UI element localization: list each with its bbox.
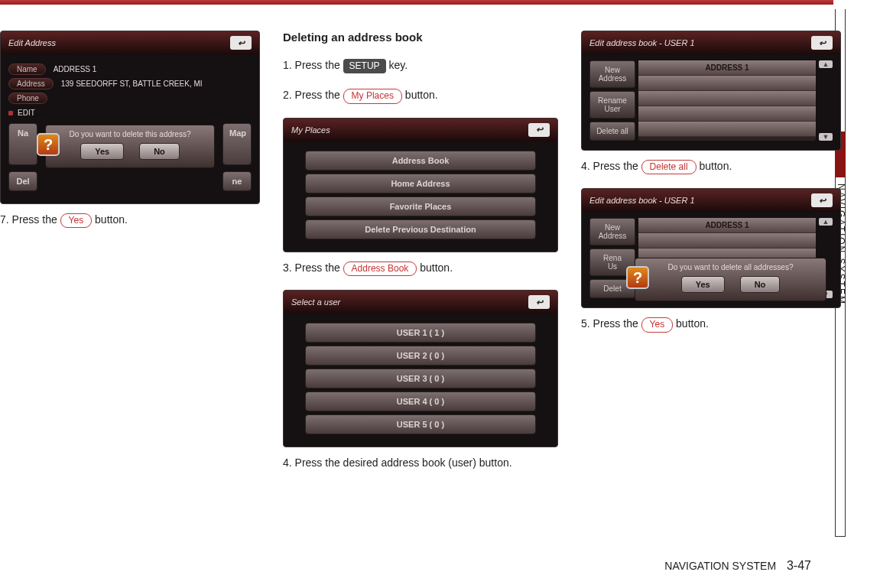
step-7: 7. Press the Yes button.: [0, 212, 260, 228]
step1-pre: 1. Press the: [283, 59, 343, 71]
yes-softkey: Yes: [60, 213, 93, 228]
home-address-button[interactable]: Home Address: [305, 174, 536, 193]
scroll-down-icon[interactable]: ▼: [819, 133, 833, 141]
name-button[interactable]: Name: [8, 63, 46, 75]
ne-button[interactable]: ne: [222, 171, 252, 191]
entry-1[interactable]: ADDRESS 1: [638, 218, 816, 233]
confirm-dialog: ? Do you want to delete this address? Ye…: [45, 125, 215, 168]
delete-all-button[interactable]: Delete all: [589, 122, 635, 141]
addressbook-softkey: Address Book: [343, 262, 417, 276]
screen-title: Edit address book - USER 1: [589, 196, 695, 205]
column-left: Edit Address ↩ Name ADDRESS 1 Address 13…: [0, 31, 260, 484]
screen-edit-address: Edit Address ↩ Name ADDRESS 1 Address 13…: [0, 31, 260, 204]
entry-empty: [638, 76, 816, 91]
screen-my-places: My Places ↩ Address Book Home Address Fa…: [283, 118, 558, 252]
edit-dot-icon: [8, 111, 13, 115]
entry-empty: [638, 91, 816, 106]
screen-title: Select a user: [291, 297, 340, 307]
step4r-post: button.: [697, 160, 732, 172]
favorite-places-button[interactable]: Favorite Places: [305, 197, 536, 216]
screen-edit-book-confirm: Edit address book - USER 1 ↩ New Address…: [581, 188, 841, 308]
section-heading: Deleting an address book: [283, 31, 558, 44]
user1-button[interactable]: USER 1 ( 1 ): [305, 323, 536, 343]
screen-edit-book: Edit address book - USER 1 ↩ New Address…: [581, 31, 841, 151]
back-icon[interactable]: ↩: [811, 193, 833, 207]
entry-empty: [638, 122, 816, 137]
step2-pre: 2. Press the: [283, 89, 343, 101]
back-icon[interactable]: ↩: [811, 36, 833, 50]
page-footer: NAVIGATION SYSTEM 3-47: [664, 559, 811, 573]
back-icon[interactable]: ↩: [230, 36, 252, 50]
delete-prev-dest-button[interactable]: Delete Previous Destination: [305, 219, 536, 239]
dialog-yes-button[interactable]: Yes: [681, 276, 725, 293]
new-address-button[interactable]: New Address: [589, 218, 635, 245]
step4r-pre: 4. Press the: [581, 160, 641, 172]
back-icon[interactable]: ↩: [528, 123, 550, 137]
screen-title: Edit address book - USER 1: [589, 38, 695, 47]
address-book-button[interactable]: Address Book: [305, 151, 536, 171]
scroll-up-icon[interactable]: ▲: [819, 60, 833, 68]
deleteall-softkey: Delete all: [641, 160, 697, 174]
step-4-right: 4. Press the Delete all button.: [581, 158, 841, 174]
step3-post: button.: [417, 262, 453, 274]
step-1: 1. Press the SETUP key.: [283, 57, 558, 73]
step1-post: key.: [386, 59, 408, 71]
yes-softkey: Yes: [641, 317, 674, 332]
map-button[interactable]: Map: [222, 123, 252, 165]
entry-empty: [638, 106, 816, 122]
phone-button[interactable]: Phone: [8, 93, 47, 104]
entry-1[interactable]: ADDRESS 1: [638, 60, 816, 76]
step-2: 2. Press the My Places button.: [283, 87, 558, 103]
address-value: 139 SEEDORFF ST, BATTLE CREEK, MI: [61, 80, 203, 88]
dialog-text: Do you want to delete this address?: [54, 130, 206, 138]
new-address-button[interactable]: New Address: [589, 60, 635, 88]
dialog-no-button[interactable]: No: [740, 276, 781, 293]
edit-label: EDIT: [18, 109, 35, 117]
dialog-text: Do you want to delete all addresses?: [643, 263, 818, 271]
myplaces-softkey: My Places: [343, 89, 402, 103]
dialog-no-button[interactable]: No: [139, 143, 180, 160]
step2-post: button.: [402, 89, 438, 101]
screen-select-user: Select a user ↩ USER 1 ( 1 ) USER 2 ( 0 …: [283, 290, 558, 447]
step3-pre: 3. Press the: [283, 262, 343, 274]
na-button[interactable]: Na: [8, 123, 37, 165]
question-icon: ?: [37, 133, 60, 156]
scroll-up-icon[interactable]: ▲: [819, 218, 833, 226]
column-right: Edit address book - USER 1 ↩ New Address…: [581, 31, 841, 484]
step-5: 5. Press the Yes button.: [581, 316, 841, 332]
question-icon: ?: [626, 266, 649, 289]
confirm-dialog: ? Do you want to delete all addresses? Y…: [635, 258, 826, 301]
screen-title: My Places: [291, 125, 330, 135]
step-4-mid: 4. Press the desired address book (user)…: [283, 455, 558, 470]
step-3: 3. Press the Address Book button.: [283, 260, 558, 276]
footer-section: NAVIGATION SYSTEM: [664, 560, 776, 572]
dialog-yes-button[interactable]: Yes: [80, 143, 124, 160]
column-middle: Deleting an address book 1. Press the SE…: [283, 31, 558, 484]
user4-button[interactable]: USER 4 ( 0 ): [305, 391, 536, 411]
entry-empty: [638, 233, 816, 249]
step5-pre: 5. Press the: [581, 317, 641, 330]
screen-title: Edit Address: [8, 38, 56, 47]
footer-page: 3-47: [787, 559, 811, 572]
setup-key: SETUP: [343, 59, 386, 73]
name-value: ADDRESS 1: [54, 65, 97, 73]
user2-button[interactable]: USER 2 ( 0 ): [305, 346, 536, 365]
step7-pre: 7. Press the: [0, 213, 60, 226]
address-button[interactable]: Address: [8, 78, 54, 89]
user5-button[interactable]: USER 5 ( 0 ): [305, 414, 536, 434]
del-button[interactable]: Del: [8, 171, 37, 191]
step5-post: button.: [673, 317, 709, 330]
step7-post: button.: [92, 213, 128, 226]
back-icon[interactable]: ↩: [528, 295, 550, 309]
rename-user-button[interactable]: Rename User: [589, 91, 635, 119]
user3-button[interactable]: USER 3 ( 0 ): [305, 369, 536, 388]
